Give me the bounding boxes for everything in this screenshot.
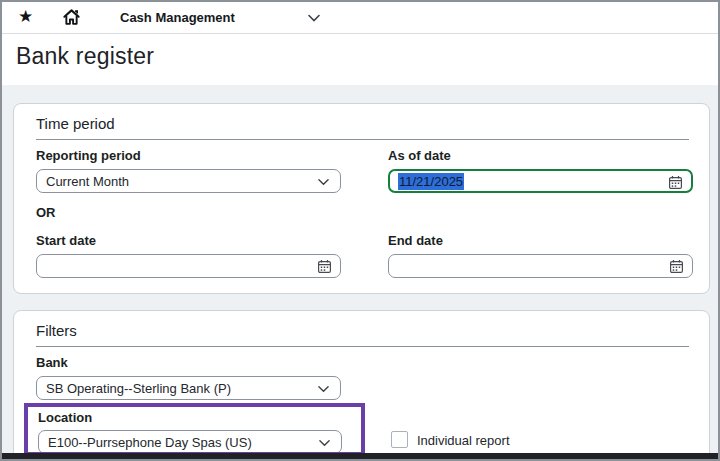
as-of-date-label: As of date	[388, 148, 451, 163]
individual-report-checkbox[interactable]	[391, 431, 408, 448]
location-value: E100--Purrsephone Day Spas (US)	[48, 435, 252, 450]
calendar-icon[interactable]	[669, 259, 684, 274]
as-of-date-input[interactable]: 11/21/2025	[388, 169, 693, 193]
calendar-icon[interactable]	[317, 259, 332, 274]
time-period-section-title: Time period	[36, 115, 115, 132]
or-label: OR	[36, 205, 56, 220]
start-date-input[interactable]	[36, 254, 341, 278]
section-divider	[36, 139, 689, 140]
bottom-edge-strip	[2, 453, 718, 459]
filters-section: Filters Bank SB Operating--Sterling Bank…	[13, 310, 710, 461]
reporting-period-value: Current Month	[46, 174, 129, 189]
bank-value: SB Operating--Sterling Bank (P)	[46, 381, 231, 396]
page-title: Bank register	[16, 43, 154, 70]
start-date-label: Start date	[36, 233, 96, 248]
chevron-down-icon	[318, 178, 329, 186]
top-navigation-bar: ★ Cash Management	[2, 2, 718, 33]
individual-report-label: Individual report	[417, 433, 510, 448]
bank-select[interactable]: SB Operating--Sterling Bank (P)	[36, 376, 341, 400]
location-select[interactable]: E100--Purrsephone Day Spas (US)	[38, 430, 342, 454]
bank-label: Bank	[36, 355, 68, 370]
chevron-down-icon	[319, 439, 330, 447]
reporting-period-select[interactable]: Current Month	[36, 169, 341, 193]
chevron-down-icon[interactable]	[308, 13, 320, 23]
calendar-icon[interactable]	[668, 175, 683, 190]
time-period-section: Time period Reporting period Current Mon…	[13, 103, 710, 294]
topbar-divider	[2, 33, 718, 34]
end-date-label: End date	[388, 233, 443, 248]
location-label: Location	[38, 410, 92, 425]
reporting-period-label: Reporting period	[36, 148, 141, 163]
end-date-input[interactable]	[388, 254, 693, 278]
home-icon[interactable]	[62, 8, 81, 27]
app-window: ★ Cash Management Bank register Time p	[0, 0, 720, 461]
app-menu-cash-management[interactable]: Cash Management	[120, 10, 235, 25]
favorite-star-icon[interactable]: ★	[18, 7, 33, 27]
as-of-date-value: 11/21/2025	[398, 173, 464, 190]
filters-section-title: Filters	[36, 322, 77, 339]
chevron-down-icon	[318, 385, 329, 393]
section-divider	[36, 346, 689, 347]
